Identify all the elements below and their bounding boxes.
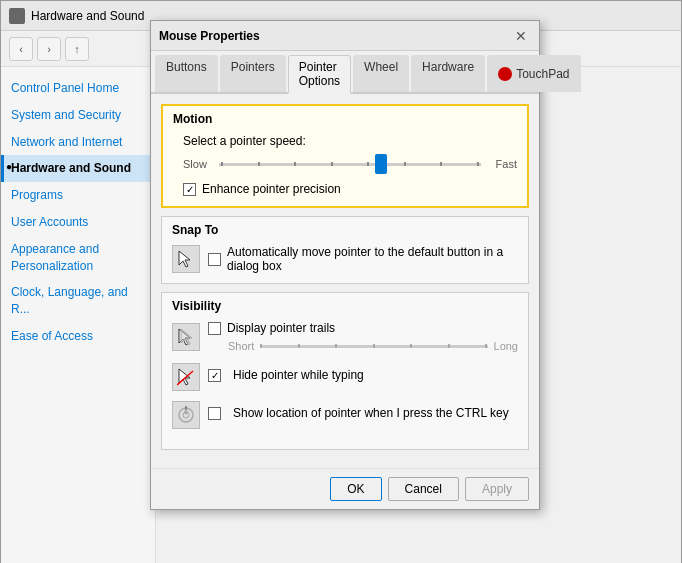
speed-slider[interactable] bbox=[219, 154, 481, 174]
snap-content: Automatically move pointer to the defaul… bbox=[172, 245, 518, 273]
sidebar-item-control-panel-home[interactable]: Control Panel Home bbox=[1, 75, 155, 102]
ok-button[interactable]: OK bbox=[330, 477, 381, 501]
trails-item: Display pointer trails Short bbox=[172, 321, 518, 353]
hide-pointer-item: Hide pointer while typing bbox=[172, 363, 518, 391]
location-cursor-icon bbox=[172, 401, 200, 429]
fast-label: Fast bbox=[489, 158, 517, 170]
show-location-item: Show location of pointer when I press th… bbox=[172, 401, 518, 429]
snap-checkbox[interactable] bbox=[208, 253, 221, 266]
slow-label: Slow bbox=[183, 158, 211, 170]
dialog-title: Mouse Properties bbox=[159, 29, 260, 43]
up-button[interactable]: ↑ bbox=[65, 37, 89, 61]
snap-label: Automatically move pointer to the defaul… bbox=[227, 245, 518, 273]
enhance-precision-checkbox[interactable] bbox=[183, 183, 196, 196]
show-location-label-row: Show location of pointer when I press th… bbox=[208, 406, 518, 420]
svg-marker-7 bbox=[185, 406, 187, 414]
hide-cursor-icon bbox=[172, 363, 200, 391]
speed-label: Select a pointer speed: bbox=[183, 134, 517, 148]
visibility-title: Visibility bbox=[172, 299, 518, 313]
hide-cursor-svg bbox=[177, 367, 195, 387]
trail-slider-row: Short bbox=[208, 339, 518, 353]
trail-dot bbox=[335, 344, 337, 348]
sidebar-item-programs[interactable]: Programs bbox=[1, 182, 155, 209]
slider-dot bbox=[367, 162, 369, 166]
slider-dot bbox=[477, 162, 479, 166]
slider-dot bbox=[440, 162, 442, 166]
short-label: Short bbox=[228, 340, 254, 352]
trail-dot bbox=[485, 344, 487, 348]
enhance-precision-row: Enhance pointer precision bbox=[183, 182, 517, 196]
snap-to-title: Snap To bbox=[172, 223, 518, 237]
mouse-properties-dialog: Mouse Properties ✕ Buttons Pointers Poin… bbox=[150, 20, 540, 510]
cursor-svg bbox=[177, 249, 195, 269]
hide-pointer-checkbox[interactable] bbox=[208, 369, 221, 382]
tab-hardware[interactable]: Hardware bbox=[411, 55, 485, 92]
show-location-checkbox[interactable] bbox=[208, 407, 221, 420]
slider-dot bbox=[258, 162, 260, 166]
trail-slider-container[interactable] bbox=[260, 339, 487, 353]
trails-checkbox[interactable] bbox=[208, 322, 221, 335]
location-cursor-svg bbox=[177, 405, 195, 425]
trails-label: Display pointer trails bbox=[227, 321, 335, 335]
back-button[interactable]: ‹ bbox=[9, 37, 33, 61]
sidebar-item-system-security[interactable]: System and Security bbox=[1, 102, 155, 129]
trail-dot bbox=[260, 344, 262, 348]
enhance-precision-label: Enhance pointer precision bbox=[202, 182, 341, 196]
active-bullet: ● bbox=[6, 160, 12, 174]
slider-thumb[interactable] bbox=[375, 154, 387, 174]
trail-dots bbox=[260, 344, 487, 348]
svg-marker-0 bbox=[179, 251, 190, 267]
slider-dot bbox=[331, 162, 333, 166]
motion-title: Motion bbox=[173, 112, 517, 126]
trail-dot bbox=[448, 344, 450, 348]
slider-track bbox=[219, 163, 481, 166]
tab-pointer-options[interactable]: Pointer Options bbox=[288, 55, 351, 94]
sidebar-item-clock-language[interactable]: Clock, Language, and R... bbox=[1, 279, 155, 323]
trail-dot bbox=[298, 344, 300, 348]
forward-button[interactable]: › bbox=[37, 37, 61, 61]
trails-cursor-svg bbox=[177, 327, 195, 347]
cp-sidebar: Control Panel Home System and Security N… bbox=[1, 67, 156, 563]
tab-pointers[interactable]: Pointers bbox=[220, 55, 286, 92]
dialog-footer: OK Cancel Apply bbox=[151, 468, 539, 509]
long-label: Long bbox=[494, 340, 518, 352]
tab-buttons[interactable]: Buttons bbox=[155, 55, 218, 92]
snap-check-area: Automatically move pointer to the defaul… bbox=[208, 245, 518, 273]
motion-section: Motion Select a pointer speed: Slow bbox=[161, 104, 529, 208]
visibility-section: Visibility Display pointer trails Short bbox=[161, 292, 529, 450]
pointer-options-content: Motion Select a pointer speed: Slow bbox=[151, 94, 539, 468]
svg-marker-2 bbox=[181, 329, 192, 345]
trails-inner: Display pointer trails Short bbox=[208, 321, 518, 353]
trails-cursor-icon bbox=[172, 323, 200, 351]
trail-dot bbox=[373, 344, 375, 348]
touchpad-icon bbox=[498, 67, 512, 81]
cp-titlebar-icon bbox=[9, 8, 25, 24]
dialog-close-button[interactable]: ✕ bbox=[511, 26, 531, 46]
sidebar-item-user-accounts[interactable]: User Accounts bbox=[1, 209, 155, 236]
slider-dots-container bbox=[219, 162, 481, 166]
cp-title: Hardware and Sound bbox=[31, 9, 144, 23]
tab-wheel[interactable]: Wheel bbox=[353, 55, 409, 92]
sidebar-item-hardware-sound-label: Hardware and Sound bbox=[11, 161, 131, 175]
show-location-label: Show location of pointer when I press th… bbox=[233, 406, 509, 420]
trail-dot bbox=[410, 344, 412, 348]
snap-checkbox-row: Automatically move pointer to the defaul… bbox=[208, 245, 518, 273]
trail-track bbox=[260, 345, 487, 348]
motion-content: Select a pointer speed: Slow bbox=[173, 134, 517, 196]
dialog-tabs: Buttons Pointers Pointer Options Wheel H… bbox=[151, 51, 539, 94]
tab-touchpad-label: TouchPad bbox=[516, 67, 569, 81]
sidebar-item-appearance[interactable]: Appearance and Personalization bbox=[1, 236, 155, 280]
sidebar-item-network-internet[interactable]: Network and Internet bbox=[1, 129, 155, 156]
dialog-titlebar: Mouse Properties ✕ bbox=[151, 21, 539, 51]
trails-label-row: Display pointer trails bbox=[208, 321, 518, 335]
tab-touchpad[interactable]: TouchPad bbox=[487, 55, 580, 92]
snap-cursor-icon bbox=[172, 245, 200, 273]
sidebar-item-ease-access[interactable]: Ease of Access bbox=[1, 323, 155, 350]
hide-label-row: Hide pointer while typing bbox=[208, 368, 518, 382]
slider-dot bbox=[294, 162, 296, 166]
slider-dot bbox=[404, 162, 406, 166]
sidebar-item-hardware-sound[interactable]: ● Hardware and Sound bbox=[1, 155, 155, 182]
hide-pointer-label: Hide pointer while typing bbox=[233, 368, 364, 382]
apply-button[interactable]: Apply bbox=[465, 477, 529, 501]
cancel-button[interactable]: Cancel bbox=[388, 477, 459, 501]
